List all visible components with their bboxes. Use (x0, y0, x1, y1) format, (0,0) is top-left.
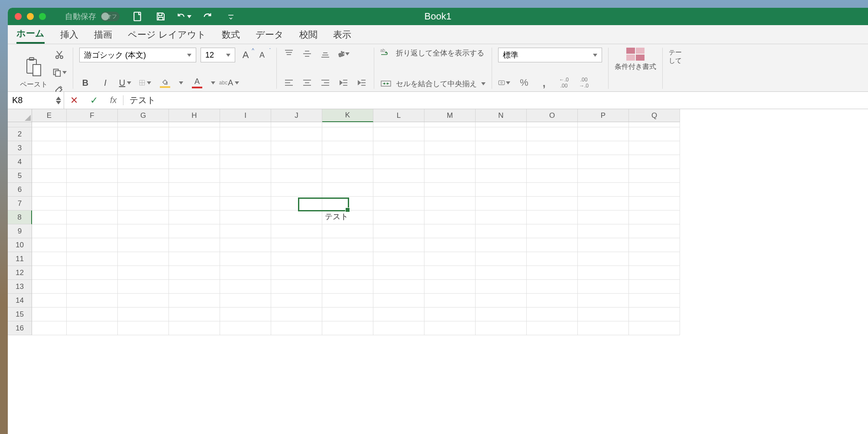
cut-icon[interactable] (52, 48, 67, 62)
font-color-button[interactable]: A (191, 77, 203, 89)
cell[interactable] (271, 308, 322, 321)
cell[interactable] (629, 155, 680, 169)
cell[interactable] (527, 197, 578, 211)
cell[interactable] (424, 127, 476, 141)
cell[interactable] (271, 197, 322, 211)
cell[interactable]: テスト (322, 211, 373, 224)
cell[interactable] (578, 122, 629, 127)
col-header-F[interactable]: F (67, 109, 118, 122)
cell[interactable] (118, 141, 169, 155)
cell[interactable] (32, 252, 67, 266)
fx-label[interactable]: fx (104, 95, 123, 105)
cell[interactable] (271, 141, 322, 155)
cell[interactable] (271, 183, 322, 197)
col-header-M[interactable]: M (424, 109, 476, 122)
cell[interactable] (271, 127, 322, 141)
cell[interactable] (67, 122, 118, 127)
cell[interactable] (67, 280, 118, 294)
cell[interactable] (220, 266, 271, 280)
wrap-text-button[interactable]: ab 折り返して全体を表示する (380, 48, 486, 58)
spreadsheet-grid[interactable]: E F G H I J K L M N O P Q 2 3 4 5 6 7 8 … (8, 109, 868, 434)
cell[interactable] (32, 211, 67, 224)
cell[interactable] (424, 321, 476, 335)
border-button[interactable] (139, 77, 151, 89)
row-header-9[interactable]: 9 (8, 224, 32, 238)
cell[interactable] (578, 266, 629, 280)
cell[interactable] (476, 224, 527, 238)
cell[interactable] (322, 155, 373, 169)
cell[interactable] (169, 122, 220, 127)
tab-review[interactable]: 校閲 (299, 27, 317, 42)
cell[interactable] (527, 224, 578, 238)
cell[interactable] (322, 266, 373, 280)
cell[interactable] (322, 224, 373, 238)
cell[interactable] (220, 169, 271, 183)
cell[interactable] (32, 122, 67, 127)
copy-icon[interactable] (52, 65, 67, 80)
row-header-16[interactable]: 16 (8, 321, 32, 335)
cell[interactable] (476, 183, 527, 197)
cell[interactable] (322, 122, 373, 127)
cell[interactable] (32, 294, 67, 308)
cell[interactable] (373, 169, 424, 183)
cell[interactable] (476, 141, 527, 155)
select-all-corner[interactable] (8, 109, 32, 122)
font-name-select[interactable]: 游ゴシック (本文) (79, 48, 196, 62)
italic-button[interactable]: I (99, 77, 111, 89)
cell[interactable] (169, 141, 220, 155)
cell[interactable] (424, 141, 476, 155)
cell[interactable] (220, 141, 271, 155)
cell[interactable] (220, 127, 271, 141)
conditional-formatting-button[interactable]: 条件付き書式 (615, 48, 656, 71)
cell[interactable] (118, 224, 169, 238)
cell[interactable] (629, 280, 680, 294)
cell[interactable] (578, 155, 629, 169)
autosave-toggle[interactable]: オフ (100, 12, 120, 21)
cell[interactable] (271, 169, 322, 183)
cell[interactable] (629, 183, 680, 197)
cell[interactable] (424, 169, 476, 183)
tab-draw[interactable]: 描画 (94, 27, 112, 42)
cell[interactable] (476, 321, 527, 335)
cell[interactable] (67, 308, 118, 321)
cell[interactable] (629, 238, 680, 252)
increase-decimal-icon[interactable]: ←.0.00 (558, 77, 570, 89)
align-center-icon[interactable] (301, 77, 313, 89)
cell[interactable] (476, 308, 527, 321)
cell[interactable] (629, 224, 680, 238)
name-box-stepper[interactable] (56, 97, 61, 104)
cell[interactable] (476, 294, 527, 308)
cell[interactable] (32, 280, 67, 294)
cell[interactable] (373, 183, 424, 197)
cell[interactable] (271, 294, 322, 308)
cell[interactable] (169, 294, 220, 308)
cell[interactable] (169, 266, 220, 280)
cell[interactable] (527, 169, 578, 183)
cell[interactable] (118, 266, 169, 280)
minimize-window-button[interactable] (27, 13, 34, 20)
decrease-decimal-icon[interactable]: .00→.0 (578, 77, 590, 89)
cell[interactable] (322, 197, 373, 211)
cell[interactable] (373, 266, 424, 280)
row-header-2[interactable]: 2 (8, 127, 32, 141)
cell[interactable] (67, 141, 118, 155)
cell[interactable] (220, 238, 271, 252)
cell[interactable] (476, 169, 527, 183)
cell[interactable] (67, 155, 118, 169)
font-color-dropdown[interactable] (211, 81, 215, 84)
row-header-11[interactable]: 11 (8, 252, 32, 266)
cell[interactable] (118, 280, 169, 294)
cell[interactable] (220, 155, 271, 169)
cell[interactable] (578, 308, 629, 321)
cell[interactable] (32, 169, 67, 183)
cell[interactable] (322, 252, 373, 266)
percent-icon[interactable]: % (518, 77, 530, 89)
cell[interactable] (578, 183, 629, 197)
fill-color-dropdown[interactable] (179, 81, 183, 84)
tab-pagelayout[interactable]: ページ レイアウト (128, 27, 206, 42)
cell[interactable] (578, 294, 629, 308)
col-header-J[interactable]: J (271, 109, 322, 122)
save-icon[interactable] (153, 9, 168, 24)
cell[interactable] (527, 252, 578, 266)
cell[interactable] (220, 197, 271, 211)
